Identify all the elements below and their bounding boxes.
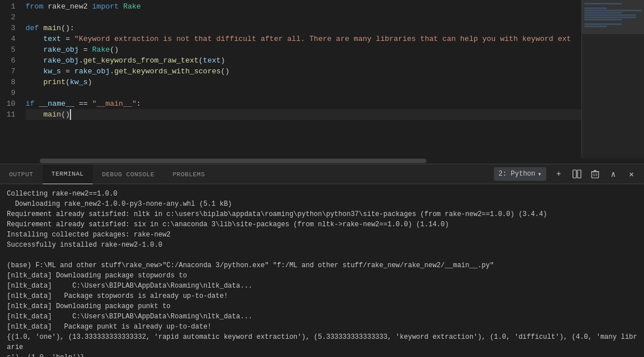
code-line-6: rake_obj.get_keywords_from_raw_text(text… xyxy=(26,55,581,66)
terminal-line-9: [nltk_data] Downloading package stopword… xyxy=(7,271,637,281)
var-rake-obj: rake_obj xyxy=(43,45,78,54)
terminal-line-11: [nltk_data] Package stopwords is already… xyxy=(7,291,637,301)
keyword-import: import xyxy=(92,2,119,11)
split-icon xyxy=(572,169,581,178)
code-lines[interactable]: from rake_new2 import Rake def main(): t… xyxy=(26,0,581,158)
code-line-10: if __name__ == "__main__": xyxy=(26,98,581,109)
close-icon: ✕ xyxy=(629,169,634,179)
class-rake: Rake xyxy=(123,2,141,11)
terminal-content[interactable]: Collecting rake-new2==1.0.0 Downloading … xyxy=(0,184,644,357)
code-line-1: from rake_new2 import Rake xyxy=(26,1,581,12)
editor-area: 1 2 3 4 5 6 7 8 9 10 11 from rake_new2 i… xyxy=(0,0,644,158)
chevron-up-icon: ∧ xyxy=(611,169,616,179)
svg-rect-2 xyxy=(592,172,599,178)
var-text: text xyxy=(43,35,61,43)
add-terminal-button[interactable]: + xyxy=(551,166,567,182)
svg-rect-0 xyxy=(573,170,576,178)
terminal-line-14: [nltk_data] Package punkt is already up-… xyxy=(7,322,637,332)
terminal-line-7 xyxy=(7,250,637,260)
tab-problems[interactable]: PROBLEMS xyxy=(164,164,214,184)
trash-icon xyxy=(591,169,599,178)
code-line-9 xyxy=(26,88,581,98)
code-line-2 xyxy=(26,12,581,23)
delete-terminal-button[interactable] xyxy=(587,166,603,182)
terminal-line-15: {(1.0, 'one'), (13.333333333333332, 'rap… xyxy=(7,332,637,352)
close-panel-button[interactable]: ✕ xyxy=(624,166,639,182)
code-line-3: def main(): xyxy=(26,23,581,34)
terminal-line-8: (base) F:\ML and other stuff\rake_new>"C… xyxy=(7,260,637,271)
terminal-selector[interactable]: 2: Python ▾ xyxy=(494,167,546,181)
code-line-4: text = "Keyword extraction is not that d… xyxy=(26,34,581,44)
terminal-line-10: [nltk_data] C:\Users\BIPLAB\AppData\Roam… xyxy=(7,281,637,291)
code-line-8: print(kw_s) xyxy=(26,77,581,88)
terminal-line-1: Collecting rake-new2==1.0.0 xyxy=(7,189,637,199)
tab-debug-console[interactable]: DEBUG CONSOLE xyxy=(93,164,163,184)
terminal-line-4: Requirement already satisfied: six in c:… xyxy=(7,219,637,230)
code-line-7: kw_s = rake_obj.get_keywords_with_scores… xyxy=(26,66,581,77)
panel-area: OUTPUT TERMINAL DEBUG CONSOLE PROBLEMS 2… xyxy=(0,164,644,357)
editor-scrollbar-thumb[interactable] xyxy=(40,159,426,163)
terminal-line-5: Installing collected packages: rake-new2 xyxy=(7,230,637,240)
code-container: 1 2 3 4 5 6 7 8 9 10 11 from rake_new2 i… xyxy=(0,0,644,158)
maximize-panel-button[interactable]: ∧ xyxy=(605,166,621,182)
keyword-def: def xyxy=(26,24,39,32)
panel-tabs: OUTPUT TERMINAL DEBUG CONSOLE PROBLEMS 2… xyxy=(0,164,644,184)
str-value: "Keyword extraction is not that difficul… xyxy=(74,35,571,43)
panel-controls: 2: Python ▾ + xyxy=(494,166,644,182)
tab-output[interactable]: OUTPUT xyxy=(0,164,43,184)
code-line-5: rake_obj = Rake() xyxy=(26,44,581,55)
terminal-line-12: [nltk_data] Downloading package punkt to xyxy=(7,301,637,312)
line-numbers: 1 2 3 4 5 6 7 8 9 10 11 xyxy=(0,0,26,158)
code-line-11: main() xyxy=(26,109,581,120)
terminal-line-6: Successfully installed rake-new2-1.0.0 xyxy=(7,240,637,250)
terminal-line-16: s'), (1.0, 'help')} xyxy=(7,352,637,357)
chevron-down-icon: ▾ xyxy=(538,170,542,178)
func-main: main xyxy=(43,24,61,32)
svg-rect-1 xyxy=(577,170,581,178)
keyword-from: from xyxy=(26,2,43,11)
terminal-line-3: Requirement already satisfied: nltk in c… xyxy=(7,209,637,219)
split-terminal-button[interactable] xyxy=(569,166,585,182)
editor-scrollbar[interactable] xyxy=(0,158,644,164)
minimap xyxy=(581,0,644,158)
tab-terminal[interactable]: TERMINAL xyxy=(43,164,93,184)
terminal-line-2: Downloading rake_new2-1.0.0-py3-none-any… xyxy=(7,199,637,209)
terminal-line-13: [nltk_data] C:\Users\BIPLAB\AppData\Roam… xyxy=(7,312,637,322)
